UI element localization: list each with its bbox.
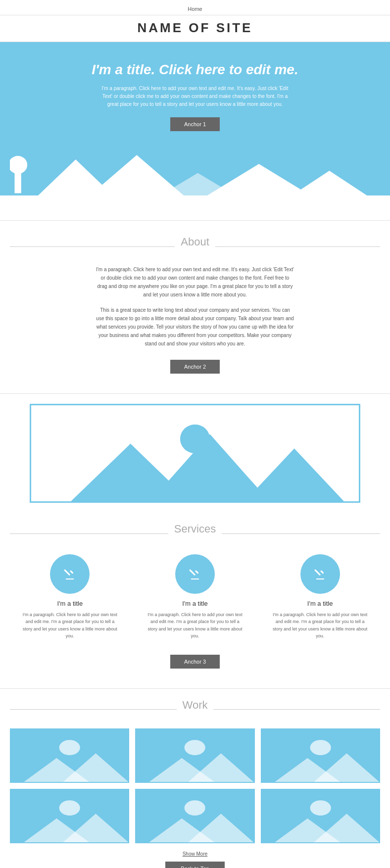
svg-rect-12 — [64, 569, 70, 576]
back-to-top-button[interactable]: Back to Top — [165, 862, 225, 868]
anchor-1-button[interactable]: Anchor 1 — [170, 117, 220, 131]
nav-bar: Home — [0, 0, 390, 15]
hero-section: I'm a title. Click here to edit me. I'm … — [0, 42, 390, 195]
services-title: Services — [174, 523, 216, 535]
svg-rect-16 — [195, 570, 199, 574]
anchor-3-button[interactable]: Anchor 3 — [170, 655, 220, 669]
service-title-1[interactable]: I'm a title — [20, 600, 119, 607]
about-section: About I'm a paragraph. Click here to add… — [0, 221, 390, 394]
svg-rect-18 — [314, 569, 321, 576]
svg-point-1 — [10, 156, 27, 174]
svg-point-21 — [59, 740, 80, 755]
service-icon-3 — [300, 554, 340, 594]
svg-rect-15 — [189, 569, 195, 576]
service-title-3[interactable]: I'm a title — [271, 600, 370, 607]
work-item-5[interactable] — [135, 789, 254, 843]
work-section: Work — [0, 689, 390, 868]
site-title: NAME OF SITE — [0, 15, 390, 42]
work-item-1[interactable] — [10, 728, 129, 783]
anchor-2-button[interactable]: Anchor 2 — [170, 360, 220, 374]
svg-marker-6 — [160, 173, 236, 195]
work-grid — [10, 728, 380, 843]
svg-marker-10 — [244, 448, 344, 501]
service-icon-1 — [50, 554, 90, 594]
svg-rect-19 — [320, 570, 324, 574]
hero-paragraph[interactable]: I'm a paragraph. Click here to add your … — [101, 85, 289, 108]
hero-mountains — [10, 146, 380, 195]
svg-marker-5 — [292, 171, 367, 195]
service-item-3: I'm a title I'm a paragraph. Click here … — [271, 554, 370, 640]
service-item-1: I'm a title I'm a paragraph. Click here … — [20, 554, 119, 640]
work-title: Work — [183, 699, 208, 712]
work-item-4[interactable] — [10, 789, 129, 843]
service-title-2[interactable]: I'm a title — [146, 600, 244, 607]
service-item-2: I'm a title I'm a paragraph. Click here … — [146, 554, 244, 640]
hero-title[interactable]: I'm a title. Click here to edit me. — [10, 62, 380, 78]
svg-point-37 — [185, 800, 205, 816]
service-para-1[interactable]: I'm a paragraph. Click here to add your … — [20, 611, 119, 640]
service-para-3[interactable]: I'm a paragraph. Click here to add your … — [271, 611, 370, 640]
svg-rect-13 — [70, 570, 74, 574]
svg-marker-9 — [150, 434, 270, 501]
about-para-2[interactable]: This is a great space to write long text… — [96, 306, 294, 348]
work-item-6[interactable] — [261, 789, 380, 843]
service-icon-2 — [175, 554, 215, 594]
svg-point-29 — [310, 740, 331, 755]
service-para-2[interactable]: I'm a paragraph. Click here to add your … — [146, 611, 244, 640]
svg-point-25 — [185, 740, 205, 755]
svg-point-33 — [59, 800, 80, 816]
large-image-placeholder — [30, 404, 360, 503]
divider-1 — [0, 195, 390, 221]
work-item-2[interactable] — [135, 728, 254, 783]
svg-marker-3 — [90, 155, 184, 195]
about-title: About — [181, 236, 209, 248]
svg-point-41 — [310, 800, 331, 816]
services-grid: I'm a title I'm a paragraph. Click here … — [10, 554, 380, 640]
show-more-link[interactable]: Show More — [10, 851, 380, 857]
services-section: Services I'm a title I'm a paragraph. Cl… — [0, 513, 390, 689]
work-item-3[interactable] — [261, 728, 380, 783]
nav-home-label[interactable]: Home — [188, 6, 202, 12]
about-para-1[interactable]: I'm a paragraph. Click here to add your … — [96, 265, 294, 299]
